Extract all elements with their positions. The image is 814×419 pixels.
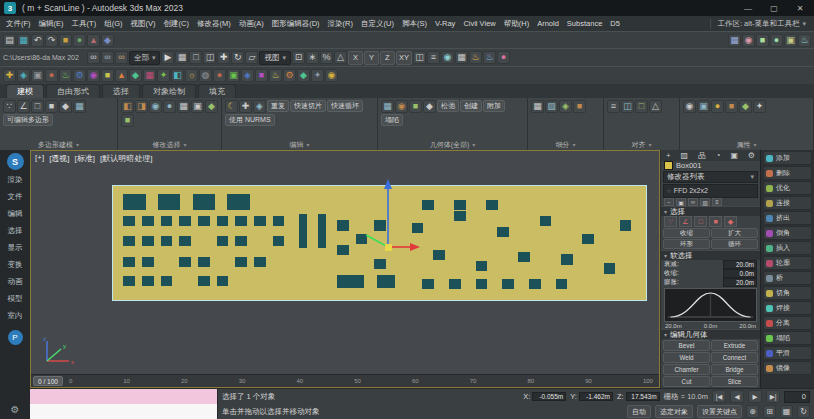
menu-item[interactable]: 修改器(M) — [193, 19, 235, 29]
select-tool-icon[interactable]: ◫ — [203, 51, 216, 64]
plugin-icon[interactable]: ◉ — [325, 69, 338, 82]
link-icon[interactable]: ∞ — [101, 51, 114, 64]
rollout-edit-geometry-header[interactable]: 编辑几何体 — [661, 329, 760, 339]
tool-strip-item[interactable]: 焊接 — [763, 301, 812, 315]
tool-strip-item[interactable]: 平滑 — [763, 346, 812, 360]
menu-item[interactable]: 渲染(R) — [324, 19, 357, 29]
playback-button[interactable]: ◀ — [730, 390, 744, 403]
ribbon-icon[interactable]: ▣ — [697, 100, 710, 113]
sidebar-item[interactable]: 编辑 — [8, 207, 23, 221]
tool-strip-item[interactable]: 连接 — [763, 196, 812, 210]
menu-item[interactable]: Arnold — [533, 19, 563, 28]
plugin-icon[interactable]: ☼ — [185, 69, 198, 82]
sidebar-logo[interactable]: S — [7, 153, 24, 170]
plugin-icon[interactable]: ▦ — [143, 69, 156, 82]
ribbon-icon[interactable]: ◈ — [253, 100, 266, 113]
toolbar-icon[interactable]: ● — [73, 34, 86, 47]
plugin-icon[interactable]: ◧ — [171, 69, 184, 82]
selection-filter-dropdown[interactable]: 全部 — [129, 51, 161, 65]
edit-geometry-button[interactable]: Weld — [663, 352, 710, 363]
menu-item[interactable]: 文件(F) — [2, 19, 35, 29]
render-tool-icon[interactable]: ♨ — [483, 51, 496, 64]
edit-geometry-button[interactable]: Bevel — [663, 340, 710, 351]
subobject-level-icon[interactable]: ∠ — [679, 216, 692, 227]
plugin-icon[interactable]: ◈ — [241, 69, 254, 82]
axis-constraint-button[interactable]: Y — [364, 51, 379, 65]
ribbon-icon[interactable]: ∵ — [3, 100, 16, 113]
plugin-icon[interactable]: ◆ — [297, 69, 310, 82]
subobject-level-icon[interactable]: ∵ — [664, 216, 677, 227]
plugin-icon[interactable]: ▣ — [227, 69, 240, 82]
plugin-icon[interactable]: ◉ — [87, 69, 100, 82]
app-icon[interactable]: 3 — [4, 2, 16, 14]
ribbon-tab[interactable]: 对象绘制 — [142, 84, 196, 98]
ribbon-icon[interactable]: ■ — [409, 100, 422, 113]
tool-strip-item[interactable]: 删除 — [763, 166, 812, 180]
rollout-soft-selection-header[interactable]: 软选择 — [661, 250, 760, 260]
ribbon-group-label[interactable]: 多边形建模 — [3, 139, 114, 150]
z-value[interactable]: 17.543m — [626, 392, 660, 401]
command-panel-tab[interactable]: ◔ — [716, 151, 721, 160]
plugin-icon[interactable]: ● — [213, 69, 226, 82]
command-panel-tab[interactable]: 品 — [698, 150, 706, 161]
ribbon-group-label[interactable]: 编辑 — [225, 139, 374, 150]
ribbon-group-label[interactable]: 细分 — [531, 139, 600, 150]
selection-button[interactable]: 扩大 — [711, 228, 758, 238]
stack-tool-icon[interactable]: ∞ — [688, 198, 698, 206]
auto-key-button[interactable]: 自动 — [627, 405, 651, 418]
plugin-icon[interactable]: ◈ — [17, 69, 30, 82]
render-tool-icon[interactable]: ♨ — [469, 51, 482, 64]
selection-button[interactable]: 环形 — [663, 239, 710, 249]
menu-item[interactable]: 编辑(E) — [35, 19, 68, 29]
tool-strip-item[interactable]: 分离 — [763, 316, 812, 330]
stack-tool-icon[interactable]: − — [664, 198, 674, 206]
ribbon-button[interactable]: 快速循环 — [327, 100, 363, 112]
modifier-stack[interactable]: FFD 2x2x2多边形选择可编辑多边形 — [663, 184, 758, 198]
link-icon[interactable]: ∞ — [87, 51, 100, 64]
render-tool-icon[interactable]: ≡ — [427, 51, 440, 64]
tool-strip-item[interactable]: 切角 — [763, 286, 812, 300]
sidebar-item[interactable]: 变换 — [8, 258, 23, 272]
ribbon-button[interactable]: 快速切片 — [290, 100, 326, 112]
tool-strip-item[interactable]: 塌陷 — [763, 331, 812, 345]
move-gizmo[interactable] — [358, 177, 422, 255]
track-bar[interactable]: 0102030405060708090100 — [65, 378, 657, 384]
ribbon-tab[interactable]: 选择 — [102, 84, 140, 98]
ribbon-group-label[interactable]: 对齐 — [607, 139, 676, 150]
edit-geometry-button[interactable]: Slice — [711, 376, 758, 387]
select-tool-icon[interactable]: ▶ — [161, 51, 174, 64]
sidebar-item[interactable]: 选择 — [8, 224, 23, 238]
tool-strip-item[interactable]: 倒角 — [763, 226, 812, 240]
listener-script-line[interactable] — [30, 404, 217, 419]
ribbon-icon[interactable]: ◆ — [205, 100, 218, 113]
transform-tool-icon[interactable]: ✚ — [217, 51, 230, 64]
stack-tool-icon[interactable]: ▣ — [676, 198, 686, 206]
ribbon-icon[interactable]: ◆ — [739, 100, 752, 113]
menu-item[interactable]: 自定义(U) — [357, 19, 398, 29]
ribbon-icon[interactable]: ■ — [45, 100, 58, 113]
viewport-label[interactable]: [默认明暗处理] — [100, 153, 152, 164]
maximize-button[interactable]: ▢ — [764, 1, 784, 15]
gear-icon[interactable]: ⚙ — [11, 404, 20, 415]
ribbon-icon[interactable]: ▦ — [381, 100, 394, 113]
plugin-icon[interactable]: ✚ — [3, 69, 16, 82]
sidebar-item[interactable]: 渲染 — [8, 173, 23, 187]
toolbar-icon[interactable]: ▦ — [728, 34, 741, 47]
tool-strip-item[interactable]: 优化 — [763, 181, 812, 195]
ribbon-icon[interactable]: ≡ — [607, 100, 620, 113]
ribbon-button[interactable]: 附加 — [483, 100, 505, 112]
snap-tool-icon[interactable]: △ — [334, 51, 347, 64]
menu-item[interactable]: 视图(V) — [127, 19, 160, 29]
ribbon-icon[interactable]: ◨ — [135, 100, 148, 113]
sidebar-item[interactable]: 模型 — [8, 292, 23, 306]
ribbon-icon[interactable]: ✚ — [239, 100, 252, 113]
ribbon-button[interactable]: 塌陷 — [381, 114, 403, 126]
current-frame-field[interactable]: 0 — [784, 391, 810, 403]
toolbar-icon[interactable]: ↷ — [45, 34, 58, 47]
subobject-level-icon[interactable]: ◆ — [724, 216, 737, 227]
ribbon-icon[interactable]: ◆ — [59, 100, 72, 113]
menu-item[interactable]: 图形编辑器(D) — [268, 19, 324, 29]
ribbon-icon[interactable]: ▣ — [191, 100, 204, 113]
stack-tool-icon[interactable]: ≡ — [712, 198, 722, 206]
menu-item[interactable]: 组(G) — [100, 19, 126, 29]
